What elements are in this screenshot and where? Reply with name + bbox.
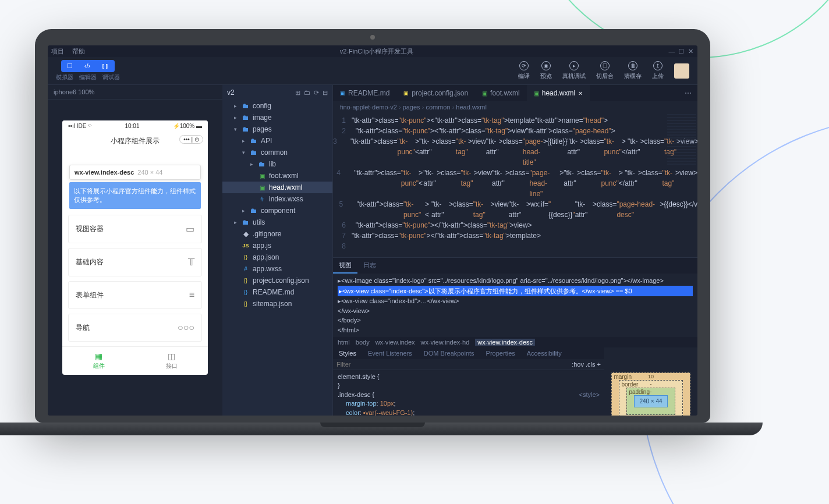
- tree-item[interactable]: ▸🖿lib: [222, 158, 332, 170]
- inspect-tooltip: wx-view.index-desc240 × 44: [69, 165, 201, 180]
- simulator-device-label: iphone6 100%: [48, 85, 222, 100]
- new-file-icon[interactable]: ⊞: [295, 89, 300, 97]
- styles-subtab[interactable]: DOM Breakpoints: [418, 347, 480, 359]
- css-rules[interactable]: element.style { } .index-desc {<style> m…: [333, 370, 604, 416]
- tree-item[interactable]: ▣foot.wxml: [222, 170, 332, 182]
- toolbar: ☐ ‹/› ⫿⫿ 模拟器 编辑器 调试器 ⟳编译 ◉预览 ▸真机: [48, 57, 697, 85]
- editor-tab[interactable]: ▣project.config.json: [396, 85, 475, 101]
- phone-desc: 以下将展示小程序官方组件能力，组件样式仅供参考。: [69, 182, 201, 209]
- minimap[interactable]: [667, 114, 696, 166]
- tree-item[interactable]: ▾🖿common: [222, 147, 332, 158]
- label-simulator: 模拟器: [56, 73, 73, 81]
- tree-item[interactable]: ▸🖿API: [222, 135, 332, 147]
- menu-help[interactable]: 帮助: [72, 47, 85, 56]
- close-icon[interactable]: ✕: [687, 48, 694, 55]
- titlebar: 项目 帮助 v2-FinClip小程序开发工具 — ☐ ✕: [48, 45, 697, 57]
- tree-item[interactable]: ▸🖿image: [222, 112, 332, 123]
- maximize-icon[interactable]: ☐: [678, 48, 685, 55]
- dom-tree[interactable]: ▸<wx-image class="index-logo" src="../re…: [333, 274, 697, 337]
- styles-subtab[interactable]: Styles: [333, 347, 362, 359]
- editor-tab[interactable]: ▣README.md: [333, 85, 396, 101]
- styles-subtab[interactable]: Event Listeners: [362, 347, 418, 359]
- new-folder-icon[interactable]: 🗀: [304, 89, 310, 97]
- ide-screen: 项目 帮助 v2-FinClip小程序开发工具 — ☐ ✕ ☐ ‹/›: [48, 45, 697, 416]
- devtools-tab-log[interactable]: 日志: [357, 258, 382, 274]
- tree-item[interactable]: JSapp.js: [222, 240, 332, 251]
- tree-item[interactable]: {}README.md: [222, 286, 332, 298]
- refresh-icon[interactable]: ⟳: [314, 89, 319, 97]
- compile-button[interactable]: ⟳编译: [518, 61, 530, 80]
- minimize-icon[interactable]: —: [668, 48, 675, 55]
- devtools-tab-view[interactable]: 视图: [333, 258, 357, 274]
- phone-list-item[interactable]: 基础内容𝕋: [68, 248, 202, 276]
- phone-list-item[interactable]: 视图容器▭: [68, 215, 202, 243]
- collapse-icon[interactable]: ⊟: [323, 89, 328, 97]
- dom-crumb[interactable]: wx-view.index-desc: [475, 339, 535, 346]
- dom-crumb[interactable]: wx-view.index-hd: [421, 339, 470, 346]
- upload-button[interactable]: ↥上传: [652, 61, 664, 80]
- phone-status-bar: ••ıl IDE ⌔ 10:01 ⚡100% ▬: [62, 120, 208, 132]
- capsule-button[interactable]: ••• | ⊙: [179, 135, 203, 144]
- tree-item[interactable]: {}project.config.json: [222, 275, 332, 286]
- phone-icon[interactable]: ☐: [61, 60, 79, 72]
- tree-item[interactable]: ◆.gitignore: [222, 228, 332, 240]
- label-editor: 编辑器: [79, 73, 97, 81]
- styles-subtab[interactable]: Accessibility: [521, 347, 568, 359]
- dom-crumb[interactable]: html: [338, 339, 350, 346]
- dom-crumb[interactable]: wx-view.index: [375, 339, 415, 346]
- menu-project[interactable]: 项目: [51, 47, 64, 56]
- clear-cache-button[interactable]: 🗑清缓存: [624, 61, 642, 80]
- tree-item[interactable]: #index.wxss: [222, 193, 332, 205]
- tree-item[interactable]: ▸🖿component: [222, 205, 332, 216]
- dom-breadcrumb[interactable]: htmlbodywx-view.indexwx-view.index-hdwx-…: [333, 337, 697, 347]
- tabs-more-icon[interactable]: ⋯: [679, 89, 697, 97]
- view-switcher[interactable]: ☐ ‹/› ⫿⫿: [61, 60, 115, 72]
- tree-item[interactable]: {}app.json: [222, 251, 332, 263]
- box-model: margin10 border- padding- 240 × 44: [604, 347, 697, 416]
- tree-item[interactable]: ▾🖿pages: [222, 123, 332, 135]
- tree-item[interactable]: #app.wxss: [222, 263, 332, 275]
- devtools: 视图 日志 ▸<wx-image class="index-logo" src=…: [333, 257, 697, 416]
- editor-tabs: ▣README.md▣project.config.json▣foot.wxml…: [333, 85, 697, 101]
- simulator-panel: iphone6 100% ••ıl IDE ⌔ 10:01 ⚡100% ▬ 小程…: [48, 85, 222, 416]
- styles-filter-input[interactable]: [336, 361, 572, 368]
- tree-item[interactable]: ▸🖿utils: [222, 216, 332, 228]
- laptop-frame: 项目 帮助 v2-FinClip小程序开发工具 — ☐ ✕ ☐ ‹/›: [35, 29, 710, 435]
- breadcrumb: fino-applet-demo-v2pagescommonhead.wxml: [333, 101, 697, 113]
- tree-item[interactable]: ▣head.wxml: [222, 182, 332, 193]
- editor-tab[interactable]: ▣foot.wxml: [475, 85, 527, 101]
- phone-tab-component[interactable]: ▦组件: [62, 347, 135, 375]
- tree-item[interactable]: {}sitemap.json: [222, 298, 332, 310]
- styles-subtab[interactable]: Properties: [480, 347, 521, 359]
- file-explorer: v2 ⊞ 🗀 ⟳ ⊟ ▸🖿config▸🖿image▾🖿pages▸🖿API▾🖿…: [222, 85, 333, 416]
- dom-crumb[interactable]: body: [356, 339, 370, 346]
- phone-list-item[interactable]: 导航○○○: [68, 314, 202, 342]
- debug-icon[interactable]: ⫿⫿: [96, 60, 115, 72]
- phone-title: 小程序组件展示 ••• | ⊙: [62, 132, 208, 151]
- code-editor[interactable]: 1"tk-attr">class="tk-punc"><"tk-attr">cl…: [333, 113, 697, 257]
- tree-item[interactable]: ▸🖿config: [222, 100, 332, 112]
- preview-button[interactable]: ◉预览: [540, 61, 552, 80]
- editor-tab[interactable]: ▣head.wxml✕: [527, 85, 590, 101]
- avatar[interactable]: [674, 63, 689, 79]
- background-button[interactable]: ☐切后台: [596, 61, 614, 80]
- explorer-root[interactable]: v2: [227, 88, 235, 97]
- label-debugger: 调试器: [102, 73, 120, 81]
- phone-list-item[interactable]: 表单组件≡: [68, 281, 202, 309]
- styles-filter-controls[interactable]: :hov .cls +: [572, 361, 601, 368]
- code-icon[interactable]: ‹/›: [79, 60, 96, 72]
- phone-tab-api[interactable]: ◫接口: [135, 347, 208, 375]
- remote-debug-button[interactable]: ▸真机调试: [562, 61, 586, 80]
- phone-preview[interactable]: ••ıl IDE ⌔ 10:01 ⚡100% ▬ 小程序组件展示 ••• | ⊙…: [62, 120, 208, 375]
- window-title: v2-FinClip小程序开发工具: [85, 47, 668, 56]
